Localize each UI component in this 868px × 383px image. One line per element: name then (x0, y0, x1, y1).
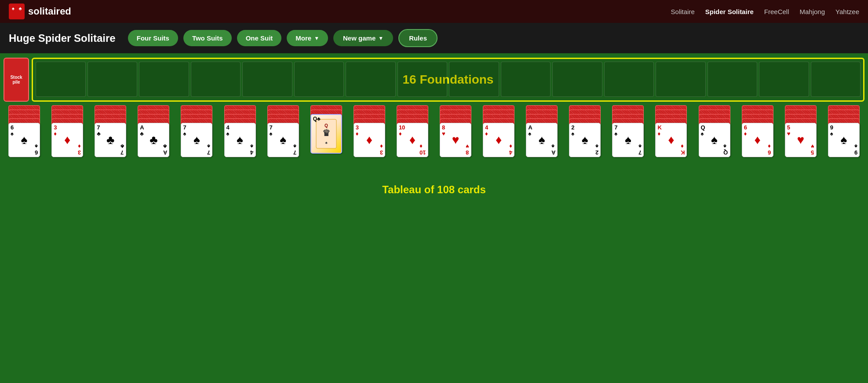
rules-button[interactable]: Rules (398, 29, 438, 47)
card-face-col-11[interactable]: 8 ♥ ♥ 8 ♥ (440, 123, 471, 157)
foundations-area: 16 Foundations (32, 58, 864, 102)
card-center-suit: ♦ (409, 133, 416, 147)
tableau-label: Tableau of 108 cards (4, 184, 864, 196)
tableau-col-5: 7 ♠ ♠ 7 ♠ (176, 105, 217, 157)
foundation-slot-3[interactable] (139, 62, 189, 97)
tableau-col-19: 5 ♥ ♥ 5 ♥ (780, 105, 821, 157)
card-rank-bottom: 6 ♦ (768, 143, 771, 155)
foundation-slot-8[interactable] (398, 62, 448, 97)
card-rank-bottom: 5 ♥ (811, 143, 814, 155)
card-face-queen-col-8[interactable]: Q♣ Q ♛ ♣ (310, 114, 342, 154)
nav-solitaire[interactable]: Solitaire (671, 8, 695, 15)
new-game-button[interactable]: New game ▼ (333, 30, 393, 46)
tableau-col-13: A ♠ ♠ A ♠ (521, 105, 562, 157)
stock-pile[interactable]: Stock pile (4, 58, 29, 102)
foundation-slot-12[interactable] (604, 62, 654, 97)
tableau-col-14: 2 ♠ ♠ 2 ♠ (564, 105, 605, 157)
more-dropdown-arrow: ▼ (314, 35, 319, 41)
tableau-col-10: 10 ♦ ♦ 10 ♦ (392, 105, 433, 157)
svg-text:♣: ♣ (18, 6, 22, 11)
foundation-slot-16[interactable] (811, 62, 861, 97)
more-button[interactable]: More ▼ (287, 30, 328, 46)
card-center-suit: ♦ (668, 133, 674, 147)
svg-text:♠: ♠ (12, 6, 15, 11)
card-rank-bottom: Q ♠ (723, 143, 728, 155)
card-rank-bottom: 4 ♦ (509, 143, 512, 155)
card-face-col-5[interactable]: 7 ♠ ♠ 7 ♠ (181, 123, 212, 157)
card-rank-bottom: 6 ♠ (35, 143, 38, 155)
foundation-slot-9[interactable] (449, 62, 499, 97)
card-face-col-16[interactable]: K ♦ ♦ K ♦ (655, 123, 687, 157)
foundation-slot-11[interactable] (552, 62, 602, 97)
four-suits-button[interactable]: Four Suits (128, 30, 178, 46)
one-suit-button[interactable]: One Suit (237, 30, 282, 46)
nav-yahtzee[interactable]: Yahtzee (835, 8, 859, 15)
nav-freecell[interactable]: FreeCell (764, 8, 789, 15)
card-face-col-18[interactable]: 6 ♦ ♦ 6 ♦ (742, 123, 773, 157)
card-rank-bottom: 2 ♠ (595, 143, 598, 155)
card-face-col-7[interactable]: 7 ♠ ♠ 7 ♠ (267, 123, 299, 157)
foundation-slot-13[interactable] (656, 62, 706, 97)
foundation-slot-10[interactable] (501, 62, 551, 97)
card-face-col-6[interactable]: 4 ♠ ♠ 4 ♠ (224, 123, 256, 157)
card-face-col-20[interactable]: 9 ♠ ♠ 9 ♠ (828, 123, 860, 157)
tableau-col-1: 6 ♠ ♠ 6 ♠ (4, 105, 45, 157)
card-center-suit: ♠ (582, 133, 588, 147)
foundation-slot-15[interactable] (759, 62, 809, 97)
foundation-slot-5[interactable] (242, 62, 292, 97)
card-center-suit: ♦ (366, 133, 372, 147)
nav-mahjong[interactable]: Mahjong (800, 8, 825, 15)
toolbar: Huge Spider Solitaire Four Suits Two Sui… (0, 23, 868, 53)
card-rank-bottom: 3 ♦ (380, 143, 383, 155)
card-center-suit: ♦ (496, 133, 502, 147)
foundation-slot-7[interactable] (346, 62, 396, 97)
tableau-col-8: Q♣ Q ♛ ♣ (306, 105, 347, 154)
card-center-suit: ♠ (625, 133, 631, 147)
card-center-suit: ♠ (711, 133, 718, 147)
foundation-slot-6[interactable] (294, 62, 344, 97)
card-center-suit: ♠ (840, 133, 847, 147)
card-rank-bottom: 7 ♠ (293, 143, 296, 155)
card-face-col-15[interactable]: 7 ♠ ♠ 7 ♠ (612, 123, 644, 157)
card-face-col-2[interactable]: 3 ♦ ♦ 3 ♦ (51, 123, 83, 157)
foundation-slot-14[interactable] (708, 62, 758, 97)
card-center-suit: ♥ (452, 133, 460, 147)
card-rank-bottom: 10 ♦ (419, 143, 426, 155)
card-rank-bottom: K ♦ (681, 143, 685, 155)
card-face-col-13[interactable]: A ♠ ♠ A ♠ (526, 123, 558, 157)
card-rank: Q♣ (313, 116, 321, 122)
tableau-col-20: 9 ♠ ♠ 9 ♠ (823, 105, 864, 157)
tableau-col-11: 8 ♥ ♥ 8 ♥ (435, 105, 476, 157)
foundation-slots (36, 62, 861, 97)
card-face-col-12[interactable]: 4 ♦ ♦ 4 ♦ (483, 123, 514, 157)
logo-area: ♠ ♣ solitaired (9, 4, 71, 19)
card-center-suit: ♠ (539, 133, 545, 147)
foundations-row: Stock pile 16 Foundations (4, 58, 864, 102)
card-face-col-3[interactable]: 7 ♣ ♣ 7 ♣ (95, 123, 126, 157)
card-face-col-19[interactable]: 5 ♥ ♥ 5 ♥ (785, 123, 817, 157)
foundation-slot-2[interactable] (88, 62, 138, 97)
two-suits-button[interactable]: Two Suits (183, 30, 232, 46)
card-face-col-10[interactable]: 10 ♦ ♦ 10 ♦ (397, 123, 428, 157)
tableau-col-7: 7 ♠ ♠ 7 ♠ (263, 105, 304, 157)
foundation-slot-1[interactable] (36, 62, 86, 97)
card-face-col-17[interactable]: Q ♠ ♠ Q ♠ (699, 123, 730, 157)
tableau-col-15: 7 ♠ ♠ 7 ♠ (607, 105, 649, 157)
nav-spider-solitaire[interactable]: Spider Solitaire (705, 8, 754, 15)
card-face-col-1[interactable]: 6 ♠ ♠ 6 ♠ (8, 123, 40, 157)
card-rank-bottom: 3 ♦ (78, 143, 81, 155)
card-center-suit: ♠ (193, 133, 200, 147)
card-rank-bottom: 7 ♣ (120, 143, 124, 155)
card-center-suit: ♠ (280, 133, 286, 147)
card-center-suit: ♠ (21, 133, 28, 147)
card-rank-bottom: 8 ♥ (466, 143, 469, 155)
card-rank-bottom: 7 ♠ (638, 143, 642, 155)
nav-links: Solitaire Spider Solitaire FreeCell Mahj… (671, 8, 859, 15)
card-face-col-4[interactable]: A ♣ ♣ A ♣ (138, 123, 169, 157)
card-face-col-14[interactable]: 2 ♠ ♠ 2 ♠ (569, 123, 601, 157)
tableau-col-6: 4 ♠ ♠ 4 ♠ (219, 105, 260, 157)
card-face-col-9[interactable]: 3 ♦ ♦ 3 ♦ (354, 123, 385, 157)
svg-text:♣: ♣ (325, 141, 328, 145)
foundation-slot-4[interactable] (191, 62, 241, 97)
tableau-col-9: 3 ♦ ♦ 3 ♦ (349, 105, 390, 157)
